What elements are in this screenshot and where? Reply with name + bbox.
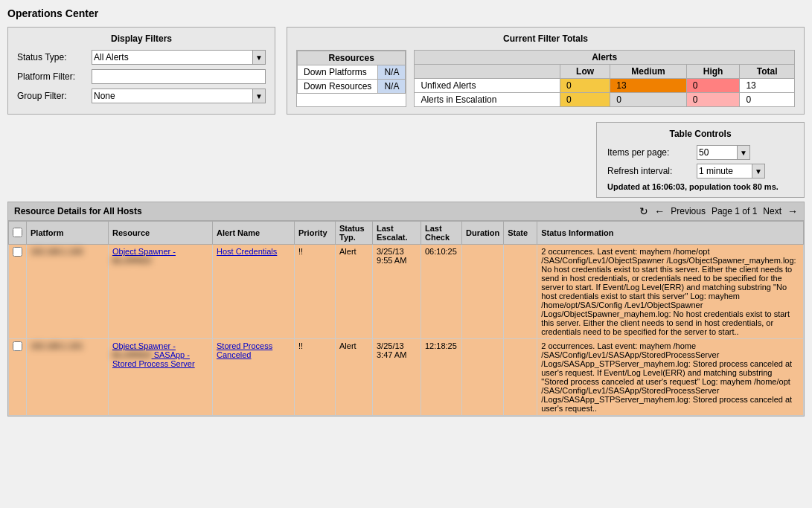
th-resource: Resource — [109, 222, 213, 245]
of-info: of 1 — [742, 206, 757, 216]
filter-totals-panel: Current Filter Totals Resources Down Pla… — [287, 27, 805, 115]
th-checkbox — [9, 222, 27, 245]
alerts-header: Alerts — [415, 51, 795, 65]
row1-platform: 192.168.1.100 — [27, 245, 109, 339]
items-per-page-dropdown-btn[interactable]: ▼ — [737, 145, 750, 160]
row1-priority: !! — [295, 245, 336, 339]
th-state: State — [504, 222, 537, 245]
previous-button[interactable]: Previous — [668, 205, 709, 217]
resource-details-header: Resource Details for All Hosts ↻ ← Previ… — [8, 202, 804, 221]
th-status-info: Status Information — [537, 222, 804, 245]
row1-last-check: 06:10:25 — [421, 245, 462, 339]
select-all-checkbox[interactable] — [13, 228, 22, 237]
table-row: 192.168.1.101 Object Spawner - BLURRED S… — [9, 339, 804, 416]
alerts-section: Alerts Low Medium High Total Unfixed Ale… — [414, 50, 795, 107]
totals-inner: Resources Down Platforms N/A Down Resour… — [296, 50, 795, 107]
prev-arrow-icon[interactable]: ← — [654, 205, 665, 217]
refresh-interval-row: Refresh interval: ▼ — [607, 164, 793, 179]
row2-last-check: 12:18:25 — [421, 339, 462, 416]
refresh-interval-label: Refresh interval: — [607, 166, 697, 176]
table-header-row: Platform Resource Alert Name Priority St… — [9, 222, 804, 245]
status-type-dropdown-btn[interactable]: ▼ — [252, 50, 266, 65]
down-platforms-value: N/A — [378, 65, 406, 80]
main-table: Platform Resource Alert Name Priority St… — [8, 221, 804, 416]
resource-details-title: Resource Details for All Hosts — [14, 206, 142, 216]
escalation-label: Alerts in Escalation — [415, 93, 560, 107]
col-low: Low — [560, 65, 610, 79]
display-filters-title: Display Filters — [17, 33, 266, 44]
refresh-interval-select-wrap: ▼ — [697, 164, 765, 179]
th-platform: Platform — [27, 222, 109, 245]
row1-last-escalat: 3/25/139:55 AM — [373, 245, 421, 339]
next-arrow-icon[interactable]: → — [787, 205, 798, 217]
display-filters-panel: Display Filters Status Type: ▼ Platform … — [7, 27, 275, 115]
table-controls-wrap: Table Controls Items per page: ▼ Refresh… — [7, 122, 805, 198]
items-per-page-label: Items per page: — [607, 147, 697, 158]
row2-resource-blurred: BLURRED — [112, 350, 152, 359]
row1-status-info: 2 occurrences. Last event: mayhem /home/… — [537, 245, 804, 339]
status-type-input[interactable] — [92, 50, 253, 65]
th-status-type: Status Typ. — [336, 222, 373, 245]
resources-header: Resources — [298, 51, 406, 65]
status-type-select-wrap: ▼ — [92, 50, 266, 65]
unfixed-total: 13 — [740, 79, 795, 93]
status-type-label: Status Type: — [17, 52, 92, 62]
group-filter-input[interactable] — [92, 89, 253, 103]
row2-resource: Object Spawner - BLURRED SASApp - Stored… — [109, 339, 213, 416]
row2-resource-link[interactable]: Object Spawner - — [112, 341, 176, 350]
table-row: 192.168.1.100 Object Spawner - BLURRED H… — [9, 245, 804, 339]
row2-alert-link[interactable]: Stored Process Canceled — [217, 341, 272, 359]
th-alert-name: Alert Name — [213, 222, 295, 245]
down-resources-label: Down Resources — [298, 80, 378, 94]
row1-checkbox[interactable] — [13, 247, 22, 257]
row2-last-escalat: 3/25/133:47 AM — [373, 339, 421, 416]
row2-duration — [462, 339, 504, 416]
row1-resource-link[interactable]: Object Spawner - — [112, 247, 176, 256]
platform-filter-row: Platform Filter: — [17, 69, 266, 84]
platform-filter-input[interactable] — [92, 69, 266, 84]
unfixed-high: 0 — [686, 79, 740, 93]
refresh-interval-input[interactable] — [697, 164, 752, 179]
col-total: Total — [740, 65, 795, 79]
items-per-page-select-wrap: ▼ — [697, 145, 750, 160]
row1-alert-name: Host Credentials — [213, 245, 295, 339]
row2-platform: 192.168.1.101 — [27, 339, 109, 416]
unfixed-label: Unfixed Alerts — [415, 79, 560, 93]
group-filter-label: Group Filter: — [17, 91, 92, 101]
th-last-check: Last Check — [421, 222, 462, 245]
resource-details-nav: ↻ ← Previous Page 1 of 1 Next → — [639, 205, 798, 217]
table-controls-title: Table Controls — [607, 129, 793, 139]
row2-state — [504, 339, 537, 416]
row2-platform-text: 192.168.1.101 — [31, 341, 83, 350]
updated-text: Updated at 16:06:03, population took 80 … — [607, 182, 793, 191]
down-platforms-label: Down Platforms — [298, 65, 378, 80]
status-type-row: Status Type: ▼ — [17, 50, 266, 65]
row1-alert-link[interactable]: Host Credentials — [217, 247, 277, 256]
platform-filter-label: Platform Filter: — [17, 71, 92, 82]
row1-duration — [462, 245, 504, 339]
next-button[interactable]: Next — [760, 205, 784, 217]
escalation-high: 0 — [686, 93, 740, 107]
th-last-escalat: Last Escalat. — [373, 222, 421, 245]
th-priority: Priority — [295, 222, 336, 245]
items-per-page-row: Items per page: ▼ — [607, 145, 793, 160]
col-empty — [415, 65, 560, 79]
unfixed-medium: 13 — [610, 79, 686, 93]
refresh-icon[interactable]: ↻ — [639, 205, 648, 217]
unfixed-low: 0 — [560, 79, 610, 93]
group-filter-dropdown-btn[interactable]: ▼ — [252, 89, 266, 103]
table-controls-panel: Table Controls Items per page: ▼ Refresh… — [596, 122, 805, 198]
row1-platform-text: 192.168.1.100 — [31, 247, 83, 256]
col-medium: Medium — [610, 65, 686, 79]
col-high: High — [686, 65, 740, 79]
row2-alert-name: Stored Process Canceled — [213, 339, 295, 416]
row2-checkbox[interactable] — [13, 341, 22, 351]
row1-resource: Object Spawner - BLURRED — [109, 245, 213, 339]
refresh-interval-dropdown-btn[interactable]: ▼ — [752, 164, 765, 179]
row2-status-type: Alert — [336, 339, 373, 416]
filter-totals-title: Current Filter Totals — [296, 33, 795, 44]
row2-status-info: 2 occurrences. Last event: mayhem /home … — [537, 339, 804, 416]
resource-details-panel: Resource Details for All Hosts ↻ ← Previ… — [7, 202, 805, 417]
group-filter-row: Group Filter: ▼ — [17, 89, 266, 103]
items-per-page-input[interactable] — [697, 145, 738, 160]
